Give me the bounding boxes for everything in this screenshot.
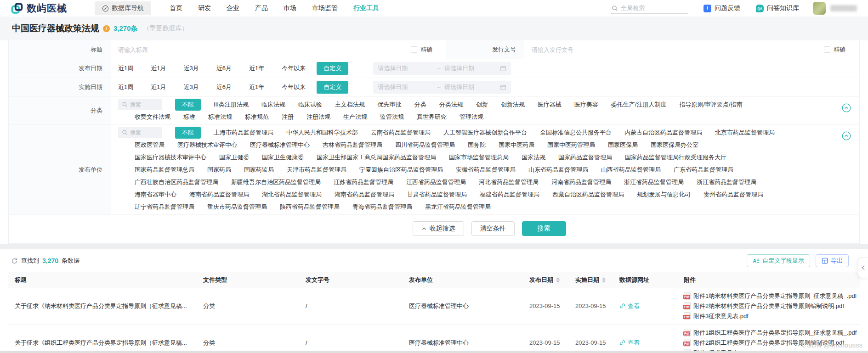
publisher-tag[interactable]: 国家中医药局 [499, 141, 534, 149]
publisher-tag[interactable]: 国家法规 [522, 153, 545, 162]
global-search-input[interactable] [621, 5, 671, 11]
category-tag[interactable]: 主文档法规 [335, 101, 365, 109]
search-button[interactable]: 搜索 [522, 221, 566, 236]
category-tag[interactable]: 标准法规 [208, 113, 232, 121]
publisher-search-input[interactable] [130, 129, 155, 136]
impl-date-range-picker[interactable]: 请选择日期 ~ 请选择日期 [373, 81, 511, 94]
publisher-tag[interactable]: 湖北省药品监督管理局 [262, 191, 322, 199]
date-preset[interactable]: 近1月 [151, 83, 166, 91]
nav-item[interactable]: 企业 [227, 4, 239, 12]
attachment-link[interactable]: 附件3征求意见表.pdf [684, 312, 860, 321]
publisher-tag[interactable]: 中华人民共和国科学技术部 [286, 129, 358, 137]
publisher-tag[interactable]: 国家药局 [207, 166, 231, 174]
publisher-unlimited-button[interactable]: 不限 [175, 127, 201, 139]
date-start-placeholder[interactable]: 请选择日期 [378, 64, 433, 73]
publisher-tag[interactable]: 宁夏回族自治区药品监督管理局 [359, 166, 443, 174]
category-tag[interactable]: 医疗器械 [538, 101, 562, 109]
collapse-category-icon[interactable] [842, 103, 851, 112]
publisher-tag[interactable]: 新疆维吾尔自治区药品监督管理局 [231, 178, 321, 186]
category-tag[interactable]: 标准规范 [245, 113, 269, 121]
publisher-tag[interactable]: 山西省药品监督管理局 [601, 166, 661, 174]
feedback-link[interactable]: ! 问题反馈 [703, 4, 740, 12]
publisher-tag[interactable]: 黑龙江省药品监督管理局 [425, 203, 491, 211]
publisher-tag[interactable]: 湖南省药品监督管理局 [335, 191, 394, 199]
publisher-tag[interactable]: 天津市药品监督管理局 [287, 166, 346, 174]
category-tag[interactable]: 临床试验 [298, 101, 322, 109]
publisher-tag[interactable]: 医疗器械标准管理中心 [250, 141, 310, 149]
publisher-tag[interactable]: 河北省药品监督管理局 [479, 178, 539, 186]
category-unlimited-button[interactable]: 不限 [175, 99, 201, 111]
publisher-tag[interactable]: 国家药品监督管理总局 [135, 166, 194, 174]
category-search-input[interactable] [130, 101, 155, 108]
date-preset[interactable]: 近6月 [216, 83, 232, 91]
date-preset[interactable]: 今年以来 [282, 64, 306, 73]
date-preset[interactable]: 近1周 [118, 64, 133, 73]
category-tag[interactable]: 真世界研究 [417, 113, 447, 121]
category-tag[interactable]: 注册 [282, 113, 294, 121]
sort-icons[interactable] [556, 277, 560, 283]
publisher-tag[interactable]: 陕西省药品监督管理局 [280, 203, 340, 211]
publisher-tag[interactable]: 广西壮族自治区药品监督管理局 [135, 178, 218, 186]
date-start-placeholder[interactable]: 请选择日期 [378, 83, 433, 91]
attachment-link[interactable]: 附件2纳米材料类医疗产品分类界定指导原则编制说明.pdf [684, 302, 860, 311]
category-tag[interactable]: 分类法规 [439, 101, 463, 109]
nav-item[interactable]: 研发 [198, 4, 211, 12]
publisher-tag[interactable]: 云南省药品监督管理局 [371, 129, 431, 137]
publisher-tag[interactable]: 全国标准信息公共服务平台 [540, 129, 612, 137]
date-preset[interactable]: 近1月 [151, 64, 166, 73]
export-button[interactable]: 导出 [816, 254, 849, 267]
collapse-publisher-icon[interactable] [842, 131, 851, 140]
date-preset[interactable]: 近3月 [183, 83, 199, 91]
category-tag[interactable]: 注册法规 [306, 113, 330, 121]
category-tag[interactable]: 临床法规 [261, 101, 285, 109]
category-tag[interactable]: 医疗美容 [574, 101, 598, 109]
publisher-tag[interactable]: 江西省药品监督管理局 [406, 178, 466, 186]
publisher-tag[interactable]: 国家药品监督管理局行政受理服务大厅 [625, 153, 726, 162]
publisher-tag[interactable]: 海南省器审中心 [135, 191, 176, 199]
view-source-link[interactable]: 查看 [619, 302, 677, 310]
category-tag[interactable]: III类注册法规 [214, 101, 249, 109]
publisher-tag[interactable]: 国家药监局 [244, 166, 274, 174]
publisher-tag[interactable]: 国家医保局办公室 [651, 141, 698, 149]
publisher-tag[interactable]: 规划发展与信息化司 [637, 191, 691, 199]
publisher-search[interactable] [118, 127, 162, 138]
nav-item-active[interactable]: 行业工具 [353, 4, 379, 12]
view-source-link[interactable]: 查看 [619, 339, 677, 347]
publisher-tag[interactable]: 内蒙古自治区药品监督管理局 [624, 129, 702, 137]
publisher-tag[interactable]: 浙江省药品监督管理局 [624, 178, 684, 186]
customize-fields-button[interactable]: A 自定义字段显示 [747, 254, 810, 267]
qa-knowledge-link[interactable]: QA 问答知识库 [756, 4, 799, 12]
publisher-tag[interactable]: 海南省药品监督管理局 [189, 191, 249, 199]
date-preset[interactable]: 近1周 [118, 83, 133, 91]
publisher-tag[interactable]: 广东省药品监督管理局 [674, 166, 733, 174]
category-tag[interactable]: 创新 [476, 101, 488, 109]
date-preset[interactable]: 近3月 [183, 64, 199, 73]
category-tag[interactable]: 委托生产/注册人制度 [611, 101, 667, 109]
user-avatar[interactable] [813, 2, 826, 15]
docno-input[interactable] [532, 46, 818, 53]
publisher-tag[interactable]: 医政医管局 [135, 141, 165, 149]
title-input[interactable] [118, 46, 405, 53]
publisher-tag[interactable]: 国家市场监督管理总局 [449, 153, 509, 162]
category-tag[interactable]: 收费文件法规 [135, 113, 170, 121]
publisher-tag[interactable]: 医疗器械技术审评中心 [177, 141, 237, 149]
category-tag[interactable]: 优先审批 [378, 101, 402, 109]
publisher-tag[interactable]: 上海市药品监督管理局 [214, 129, 273, 137]
publisher-tag[interactable]: 国务院 [468, 141, 486, 149]
publisher-tag[interactable]: 西藏自治区药品监督管理局 [552, 191, 624, 199]
date-preset[interactable]: 近1年 [249, 83, 264, 91]
publisher-tag[interactable]: 吉林省药品监督管理局 [323, 141, 382, 149]
publisher-tag[interactable]: 贵州省药品监督管理局 [703, 191, 763, 199]
publisher-tag[interactable]: 国家卫健委 [219, 153, 249, 162]
category-tag[interactable]: 分类 [414, 101, 426, 109]
sort-icons[interactable] [602, 277, 606, 283]
attachment-link[interactable]: 附件1组织工程类医疗产品分类界定指导原则_征求意见稿_.pdf [684, 328, 860, 337]
publisher-tag[interactable]: 江苏省药品监督管理局 [334, 178, 393, 186]
publisher-tag[interactable]: 河南省药品监督管理局 [551, 178, 611, 186]
global-search[interactable] [611, 3, 688, 14]
publisher-tag[interactable]: 浙江省药品监督管理局 [697, 178, 756, 186]
publisher-tag[interactable]: 国家中医药管理局 [547, 141, 595, 149]
row-title-link[interactable]: 关于征求《组织工程类医疗产品分类界定指导原则（征求意见稿... [8, 339, 197, 347]
publisher-tag[interactable]: 甘肃省药品监督管理局 [407, 191, 467, 199]
publisher-tag[interactable]: 福建省药品监督管理局 [480, 191, 539, 199]
